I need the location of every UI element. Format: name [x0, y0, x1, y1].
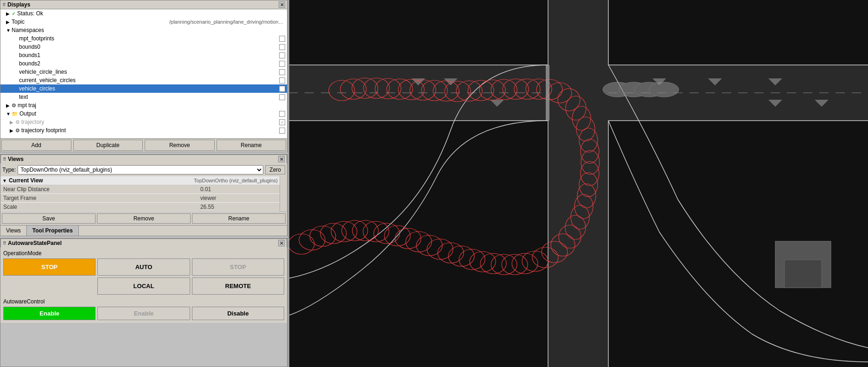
topic-label: Topic	[12, 19, 169, 25]
current-view-title: Current View	[9, 177, 194, 184]
tree-item-text[interactable]: text	[0, 93, 287, 101]
checkbox-vehicle-circles[interactable]: ✓	[279, 86, 285, 92]
type-select[interactable]: TopDownOrtho (rviz_default_plugins)	[18, 165, 263, 174]
displays-title: Displays	[7, 1, 30, 8]
views-buttons-row: Save Remove Rename	[0, 212, 287, 225]
current-view-header: ▼ Current View TopDownOrtho (rviz_defaul…	[0, 176, 280, 185]
views-title: Views	[8, 156, 24, 162]
operation-mode-label: OperationMode	[3, 250, 284, 257]
view-field-scale: Scale 26.55	[0, 203, 280, 212]
svg-rect-87	[785, 260, 822, 288]
views-save-button[interactable]: Save	[2, 213, 96, 224]
autoware-panel: ⠿ AutowareStatePanel ✕ OperationMode STO…	[0, 238, 287, 367]
bounds1-label: bounds1	[19, 52, 279, 58]
tree-item-vehicle-circles[interactable]: vehicle_circles ✓	[0, 84, 287, 93]
arrow-output[interactable]: ▼	[6, 111, 12, 116]
checkbox-bounds1[interactable]	[279, 52, 285, 58]
stop-button[interactable]: STOP	[3, 258, 96, 276]
disable-button[interactable]: Disable	[192, 307, 284, 320]
views-close-button[interactable]: ✕	[278, 156, 285, 162]
near-clip-label: Near Clip Distance	[0, 185, 198, 194]
views-remove-button[interactable]: Remove	[97, 213, 191, 224]
svg-rect-5	[548, 65, 608, 121]
autoware-panel-title: AutowareStatePanel	[8, 240, 62, 246]
tree-item-trajectory-footprint[interactable]: ▶ ⚙ trajectory footprint	[0, 126, 287, 135]
remove-button[interactable]: Remove	[145, 140, 215, 151]
checkbox-current-vehicle-circles[interactable]	[279, 77, 285, 84]
arrow-trajectory[interactable]: ▶	[10, 120, 15, 125]
tree-item-mpt-footprints[interactable]: mpt_footprints	[0, 34, 287, 43]
checkbox-bounds0[interactable]	[279, 44, 285, 50]
zero-button[interactable]: Zero	[265, 165, 285, 174]
output-label: Output	[19, 110, 279, 117]
tree-item-status[interactable]: ▶ ✓ Status: Ok	[0, 9, 287, 18]
local-button[interactable]: LOCAL	[97, 277, 190, 295]
tree-item-current-vehicle-circles[interactable]: current_vehicle_circles	[0, 76, 287, 84]
tree-item-topic[interactable]: ▶ Topic /planning/scenario_planning/lane…	[0, 18, 287, 26]
bounds2-label: bounds2	[19, 60, 279, 67]
status-ok-label: Status: Ok	[17, 10, 285, 17]
add-button[interactable]: Add	[1, 140, 71, 151]
arrow-status[interactable]: ▶	[6, 11, 12, 16]
views-scrollbar[interactable]	[280, 176, 287, 212]
checkbox-mpt-footprints[interactable]	[279, 36, 285, 42]
views-type-row: Type: TopDownOrtho (rviz_default_plugins…	[0, 163, 287, 176]
auto-button[interactable]: AUTO	[97, 258, 190, 276]
svg-rect-88	[546, 65, 549, 121]
autoware-control-label: AutowareControl	[3, 298, 284, 305]
checkbox-bounds2[interactable]	[279, 61, 285, 67]
near-clip-value: 0.01	[198, 185, 280, 194]
autoware-close-button[interactable]: ✕	[278, 240, 285, 246]
displays-close-button[interactable]: ✕	[279, 1, 285, 8]
left-panel: ⠿ Displays ✕ ▶ ✓ Status: Ok ▶ Topic /pla…	[0, 0, 287, 367]
tab-views[interactable]: Views	[0, 225, 27, 236]
stop-disabled-button: STOP	[192, 258, 284, 276]
arrow-mpt-traj[interactable]: ▶	[6, 103, 12, 108]
remote-button[interactable]: REMOTE	[192, 277, 284, 295]
current-view-plugin: TopDownOrtho (rviz_default_plugins)	[194, 178, 278, 183]
control-buttons: Enable Enable Disable	[3, 307, 284, 320]
target-frame-value: viewer	[198, 194, 280, 203]
views-drag-icon: ⠿	[3, 157, 6, 162]
tree-item-bounds0[interactable]: bounds0	[0, 43, 287, 51]
autoware-drag-icon: ⠿	[3, 241, 6, 246]
tree-item-output[interactable]: ▼ 📁 Output	[0, 109, 287, 118]
tab-tool-properties[interactable]: Tool Properties	[27, 225, 79, 236]
trajectory-footprint-icon: ⚙	[15, 128, 20, 134]
bounds0-label: bounds0	[19, 44, 279, 50]
current-view-arrow: ▼	[2, 178, 7, 183]
tree-item-bounds2[interactable]: bounds2	[0, 59, 287, 68]
current-view-table: Near Clip Distance 0.01 Target Frame vie…	[0, 185, 280, 212]
displays-panel-header: ⠿ Displays ✕	[0, 0, 287, 9]
arrow-namespaces[interactable]: ▼	[6, 28, 12, 33]
tree-item-namespaces[interactable]: ▼ Namespaces	[0, 26, 287, 34]
svg-rect-2	[548, 0, 608, 367]
displays-tree: ▶ ✓ Status: Ok ▶ Topic /planning/scenari…	[0, 9, 287, 139]
namespaces-label: Namespaces	[12, 27, 285, 33]
arrow-topic[interactable]: ▶	[6, 19, 12, 25]
tree-item-vehicle-circle-lines[interactable]: vehicle_circle_lines	[0, 68, 287, 76]
operation-mode-buttons: STOP AUTO STOP LOCAL REMOTE	[3, 258, 284, 295]
tree-item-trajectory[interactable]: ▶ ⚙ trajectory ✓	[0, 118, 287, 126]
arrow-trajectory-footprint[interactable]: ▶	[10, 128, 15, 133]
svg-point-85	[649, 82, 679, 97]
tree-item-mpt-traj[interactable]: ▶ ⚙ mpt traj	[0, 101, 287, 109]
displays-button-row: Add Duplicate Remove Rename	[0, 139, 287, 152]
rename-button[interactable]: Rename	[217, 140, 287, 151]
views-rename-button[interactable]: Rename	[192, 213, 286, 224]
duplicate-button[interactable]: Duplicate	[73, 140, 143, 151]
checkbox-text[interactable]	[279, 94, 285, 100]
enable-disabled-button: Enable	[97, 307, 190, 320]
checkbox-trajectory[interactable]: ✓	[279, 119, 285, 125]
enable-active-button[interactable]: Enable	[3, 307, 96, 320]
views-body: ▼ Current View TopDownOrtho (rviz_defaul…	[0, 176, 287, 212]
tree-item-bounds1[interactable]: bounds1	[0, 51, 287, 59]
checkbox-trajectory-footprint[interactable]	[279, 128, 285, 134]
mpt-footprints-label: mpt_footprints	[19, 35, 279, 42]
mpt-traj-label: mpt traj	[18, 102, 285, 109]
map-view[interactable]	[289, 0, 868, 367]
current-vehicle-circles-label: current_vehicle_circles	[19, 77, 279, 84]
checkbox-vehicle-circle-lines[interactable]	[279, 69, 285, 75]
view-field-near-clip: Near Clip Distance 0.01	[0, 185, 280, 194]
checkbox-output[interactable]	[279, 111, 285, 117]
